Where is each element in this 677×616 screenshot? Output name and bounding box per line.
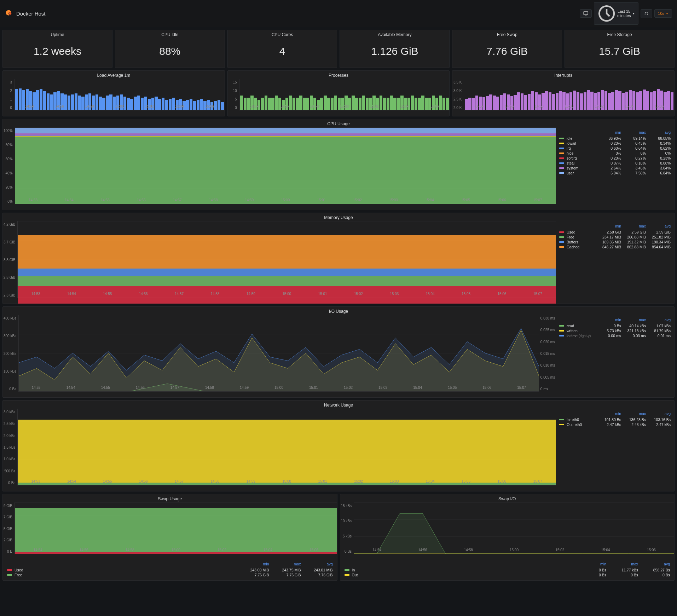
stat-value: 1.126 GiB [340, 38, 449, 68]
stat-value: 7.76 GiB [452, 38, 562, 68]
plot-area: 14:5414:5614:5815:0015:0215:0415:06 [239, 79, 450, 110]
plot-area: 14:5314:5414:5514:5614:5714:5814:5915:00… [17, 221, 556, 298]
legend-item[interactable]: user6.04%7.50%6.84% [559, 171, 671, 175]
legend-item[interactable]: In0 Bs11.77 kBs858.27 Bs [345, 568, 670, 572]
legend-item[interactable]: Out: eth02.47 kBs2.48 kBs2.47 kBs [559, 422, 671, 427]
legend-item[interactable]: Cached846.27 MiB862.88 MiB854.64 MiB [559, 244, 671, 249]
panel-swap-usage[interactable]: Swap Usage 9 GiB7 GiB5 GiB2 GiB0 B 14:54… [2, 494, 337, 581]
legend-item[interactable]: system2.64%3.45%3.04% [559, 166, 671, 171]
stat-cpu-cores[interactable]: CPU Cores 4 [227, 30, 337, 68]
refresh-icon [644, 11, 649, 16]
stat-free-storage[interactable]: Free Storage 15.7 GiB [565, 30, 675, 68]
stat-cpu-idle[interactable]: CPU Idle 88% [115, 30, 225, 68]
legend-item[interactable]: softirq0.20%0.27%0.23% [559, 156, 671, 161]
grafana-logo-icon[interactable] [5, 10, 13, 17]
legend-item[interactable]: Buffers189.36 MiB191.32 MiB190.34 MiB [559, 240, 671, 244]
legend-item[interactable]: io time (right-y)0.00 ms0.03 ms0.01 ms [559, 333, 671, 338]
plot-area: 14:5414:5614:5815:0015:0215:0415:06 [15, 502, 337, 554]
stat-free-swap[interactable]: Free Swap 7.76 GiB [452, 30, 562, 68]
legend: minmaxavgUsed2.58 GiB2.59 GiB2.59 GiBFre… [556, 221, 674, 304]
refresh-interval-value: 10s [658, 11, 664, 16]
legend-item[interactable]: written5.73 kBs321.13 kBs81.79 kBs [559, 328, 671, 333]
plot-area: 14:5314:5414:5514:5614:5714:5814:5915:00… [18, 315, 539, 392]
legend-item[interactable]: Out0 Bs0 Bs0 Bs [345, 572, 670, 577]
page-title: Docker Host [16, 11, 46, 17]
panel-cpu-usage[interactable]: CPU Usage 100%80%60%40%20%0% 14:5314:541… [2, 119, 675, 210]
plot-area: 14:5314:5414:5514:5614:5714:5814:5915:00… [17, 409, 556, 485]
panel-io-usage[interactable]: I/O Usage 400 kBs300 kBs200 kBs100 kBs0 … [2, 306, 675, 398]
legend-item[interactable]: Free7.76 GiB7.76 GiB7.76 GiB [7, 572, 333, 577]
chevron-down-icon: ▼ [666, 12, 669, 15]
yaxis: 151050 [228, 79, 239, 116]
legend-item[interactable]: iowait0.20%0.43%0.34% [559, 141, 671, 146]
topbar: Docker Host Last 15 minutes ▼ 10s ▼ [0, 0, 677, 27]
plot-area: 14:5414:5614:5815:0015:0215:0415:06 [354, 502, 674, 554]
plot-area: 14:5414:5614:5815:0015:0215:0415:06 [14, 79, 225, 110]
yaxis: 3210 [3, 79, 14, 116]
legend-item[interactable]: irq0.60%0.64%0.62% [559, 146, 671, 151]
dashboard-grid: Uptime 1.2 weeks CPU Idle 88% CPU Cores … [0, 27, 677, 583]
panel-interrupts[interactable]: Interrupts 3.5 K3.0 K2.5 K2.0 K 14:5414:… [452, 70, 675, 116]
clock-icon [597, 4, 616, 23]
legend-item[interactable]: Free234.17 MiB266.88 MiB251.82 MiB [559, 235, 671, 240]
legend: minmaxavgread0 Bs40.14 kBs1.07 kBswritte… [556, 315, 674, 397]
legend-item[interactable]: steal0.07%0.10%0.08% [559, 161, 671, 166]
refresh-interval-picker[interactable]: 10s ▼ [654, 9, 672, 18]
stat-value: 1.2 weeks [3, 38, 112, 68]
svg-rect-1 [585, 15, 586, 15]
panel-memory-usage[interactable]: Memory Usage 4.2 GiB3.7 GiB3.3 GiB2.8 Gi… [2, 213, 675, 304]
refresh-button[interactable] [641, 9, 652, 18]
panel-load-avg[interactable]: Load Average 1m 3210 14:5414:5614:5815:0… [2, 70, 225, 116]
stat-value: 4 [228, 38, 337, 68]
legend: minmaxavgIn: eth0101.80 Bs136.23 Bs103.1… [556, 409, 674, 491]
svg-rect-0 [584, 12, 588, 15]
legend-item[interactable]: read0 Bs40.14 kBs1.07 kBs [559, 323, 671, 328]
legend-item[interactable]: Used2.58 GiB2.59 GiB2.59 GiB [559, 230, 671, 235]
legend: minmaxavgIn0 Bs11.77 kBs858.27 BsOut0 Bs… [340, 560, 675, 580]
plot-area: 14:5314:5414:5514:5614:5714:5814:5915:00… [15, 127, 556, 204]
stat-avail-mem[interactable]: Available Memory 1.126 GiB [340, 30, 450, 68]
stat-value: 15.7 GiB [565, 38, 674, 68]
legend-item[interactable]: Used243.00 MiB243.75 MiB243.01 MiB [7, 568, 333, 572]
panel-processes[interactable]: Processes 151050 14:5414:5614:5815:0015:… [227, 70, 450, 116]
yaxis: 3.5 K3.0 K2.5 K2.0 K [452, 79, 464, 116]
stat-uptime[interactable]: Uptime 1.2 weeks [2, 30, 112, 68]
plot-area: 14:5414:5614:5815:0015:0215:0415:06 [464, 79, 674, 110]
legend-item[interactable]: nice0%0%0% [559, 151, 671, 156]
stat-value: 88% [115, 38, 225, 68]
legend-item[interactable]: In: eth0101.80 Bs136.23 Bs103.16 Bs [559, 417, 671, 422]
legend-item[interactable]: idle86.90%89.14%88.05% [559, 136, 671, 141]
timerange-label: Last 15 minutes [617, 9, 631, 18]
panel-swap-io[interactable]: Swap I/O 15 kBs10 kBs5 kBs0 Bs 14:5414:5… [340, 494, 675, 581]
cycle-view-button[interactable] [580, 9, 592, 18]
legend: minmaxavgUsed243.00 MiB243.75 MiB243.01 … [3, 560, 337, 580]
legend: minmaxavgidle86.90%89.14%88.05%iowait0.2… [556, 127, 674, 210]
timerange-picker[interactable]: Last 15 minutes ▼ [594, 2, 639, 25]
chevron-down-icon: ▼ [632, 12, 635, 15]
panel-network-usage[interactable]: Network Usage 3.0 kBs2.5 kBs2.0 kBs1.5 k… [2, 400, 675, 491]
